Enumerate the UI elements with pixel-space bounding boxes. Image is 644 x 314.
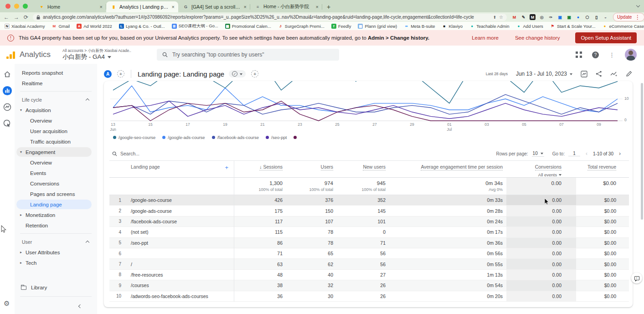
tab-close-icon[interactable]: ×: [244, 4, 247, 10]
sidebar-item-pages-and-screens[interactable]: Pages and screens: [15, 189, 97, 199]
window-controls[interactable]: [0, 4, 34, 12]
sidebar-item-library[interactable]: Library: [15, 282, 97, 293]
sidebar-item-events[interactable]: Events: [15, 168, 97, 178]
table-row[interactable]: 3/facebook-ads-course1171071010m 24s0.00…: [109, 216, 629, 227]
bookmark-item[interactable]: ∞Meta B-suite: [404, 24, 435, 29]
browser-tab[interactable]: G[GA4] Set up a scroll conversi×: [178, 1, 250, 12]
next-page-chevron[interactable]: ›: [617, 150, 623, 157]
bookmark-item[interactable]: NXiaobai Academy: [5, 24, 45, 29]
bookmark-item[interactable]: AAd World 2022: [77, 24, 112, 29]
window-close-button[interactable]: [5, 4, 10, 9]
extension-icon[interactable]: ▣: [557, 14, 563, 20]
bookmark-item[interactable]: ●Add Users: [516, 24, 543, 29]
goto-page-input[interactable]: 1: [568, 151, 580, 156]
col-total-revenue[interactable]: Total revenue: [576, 161, 629, 177]
extension-icon[interactable]: ✑: [548, 14, 554, 20]
collapsed-arrow-icon[interactable]: ▸: [20, 213, 26, 217]
sidebar-item-acquisition[interactable]: ▾Acquisition: [15, 105, 97, 115]
sidebar-item-engagement[interactable]: ▾Engagement: [15, 147, 97, 157]
table-row[interactable]: 7/6362560m 55s0.00$0.00: [109, 259, 629, 269]
legend-item[interactable]: /seo-ppt: [266, 135, 287, 140]
table-row[interactable]: 67165560m 56s0.00$0.00: [109, 248, 629, 259]
sidebar-item-user-acquisition[interactable]: User acquisition: [15, 126, 97, 136]
extension-icon[interactable]: ◒: [603, 14, 608, 20]
extension-icon[interactable]: ▯: [593, 14, 599, 20]
bookmark-item[interactable]: MGmail: [52, 24, 70, 29]
back-button[interactable]: ←: [4, 14, 9, 21]
prev-page-chevron[interactable]: ‹: [584, 150, 589, 157]
bookmark-item[interactable]: fFeedly: [331, 24, 351, 29]
collapsed-arrow-icon[interactable]: ▸: [20, 250, 26, 254]
tab-close-icon[interactable]: ×: [172, 4, 175, 10]
legend-item[interactable]: /google-ads-course: [162, 135, 205, 140]
analytics-logo-icon[interactable]: [6, 51, 15, 59]
extension-icon[interactable]: ⬡: [584, 14, 590, 20]
date-range-picker[interactable]: Jun 13 - Jul 10, 2023: [516, 71, 572, 77]
open-setup-assistant-button[interactable]: Open Setup Assistant: [575, 32, 637, 43]
bookmark-item[interactable]: ▦Plann (grid view): [358, 24, 397, 29]
see-change-history-link[interactable]: See change history: [515, 35, 560, 41]
table-search-input[interactable]: Search...: [112, 151, 139, 156]
table-row[interactable]: 1/google-seo-course4263763520m 33s0.00$0…: [109, 195, 629, 206]
expand-arrow-icon[interactable]: ▾: [20, 150, 26, 154]
legend-item[interactable]: /google-seo-course: [113, 135, 155, 140]
sessions-line-chart[interactable]: [104, 81, 633, 121]
col-landing-page[interactable]: Landing page: [131, 164, 160, 170]
col-users[interactable]: Users: [286, 161, 337, 177]
sidebar-section-user[interactable]: User: [15, 237, 97, 247]
sidebar-item-conversions[interactable]: Conversions: [15, 178, 97, 189]
extension-icon[interactable]: ✎: [520, 14, 526, 20]
help-icon[interactable]: ?: [592, 51, 599, 58]
col-sessions[interactable]: ↓ Sessions: [234, 161, 286, 177]
window-zoom-button[interactable]: [23, 4, 28, 9]
reports-icon-active[interactable]: [2, 86, 12, 96]
table-row[interactable]: 5/seo-ppt8678710m 36s0.00$0.00: [109, 238, 629, 248]
admin-gear-icon[interactable]: ⚙: [4, 299, 10, 308]
tab-search-chevron-icon[interactable]: [637, 3, 639, 8]
table-row[interactable]: 8/free-resources4840271m 13s0.00$0.00: [109, 270, 629, 280]
user-avatar[interactable]: [625, 49, 637, 61]
reload-button[interactable]: ⟳: [24, 14, 28, 21]
add-comparison-button[interactable]: +: [117, 70, 124, 77]
edit-report-icon[interactable]: [626, 71, 632, 77]
share-report-icon[interactable]: [596, 71, 602, 77]
col-engagement[interactable]: Average engagement time per session: [389, 161, 506, 177]
conversions-event-select[interactable]: All events: [538, 172, 562, 177]
rows-per-page-select[interactable]: 10: [532, 151, 544, 157]
sidebar-item-traffic-acquisition[interactable]: Traffic acquisition: [15, 136, 97, 147]
compare-report-icon[interactable]: [581, 71, 587, 77]
window-minimize-button[interactable]: [14, 4, 19, 9]
sidebar-item-retention[interactable]: Retention: [15, 220, 97, 231]
extension-icon[interactable]: ◎: [539, 14, 545, 20]
feedback-button[interactable]: !: [631, 273, 642, 283]
collapsed-arrow-icon[interactable]: ▸: [20, 261, 26, 265]
bookmark-item[interactable]: ≣SEO课程大纲 - Go...: [172, 23, 218, 29]
col-conversions[interactable]: Conversions All events: [506, 161, 576, 177]
forward-button[interactable]: →: [14, 14, 19, 21]
browser-menu-icon[interactable]: ⋮: [634, 14, 640, 21]
extension-icon[interactable]: M: [530, 14, 536, 20]
new-tab-button[interactable]: +: [322, 3, 335, 12]
property-selector[interactable]: 小白新势 - GA4: [62, 53, 131, 61]
table-row[interactable]: 10/adwords-seo-facebook-ads-courses36302…: [109, 291, 629, 302]
report-status-pill[interactable]: ✓: [229, 70, 246, 77]
sidebar-item-reports-snapshot[interactable]: Reports snapshot: [15, 67, 97, 78]
add-report-tab-button[interactable]: +: [251, 70, 258, 77]
insights-icon[interactable]: [610, 71, 618, 77]
bookmark-item[interactable]: ●eCommerce Case...: [602, 24, 644, 29]
sidebar-item-overview[interactable]: Overview: [15, 157, 97, 168]
bookmark-item[interactable]: ●Teachable Admin: [469, 24, 509, 29]
search-input[interactable]: Try searching "top countries by users": [157, 49, 339, 61]
table-row[interactable]: 9/courses3832260m 54s0.00$0.00: [109, 280, 629, 291]
explore-icon[interactable]: [2, 102, 12, 112]
legend-item[interactable]: /facebook-ads-course: [212, 135, 259, 140]
browser-tab[interactable]: ▮Analytics | Landing page: Land×: [106, 1, 178, 12]
extension-icon[interactable]: ▣: [566, 14, 572, 20]
sidebar-item-tech[interactable]: ▸Tech: [15, 257, 97, 268]
extension-icon[interactable]: ●: [575, 14, 581, 20]
bookmark-item[interactable]: LLyang & Co. - Outl...: [119, 24, 165, 29]
expand-arrow-icon[interactable]: ▾: [20, 108, 26, 112]
sidebar-item-realtime[interactable]: Realtime: [15, 78, 97, 88]
col-new-users[interactable]: New users: [337, 161, 389, 177]
bookmark-item[interactable]: JSurgeGraph Premi...: [278, 24, 325, 29]
